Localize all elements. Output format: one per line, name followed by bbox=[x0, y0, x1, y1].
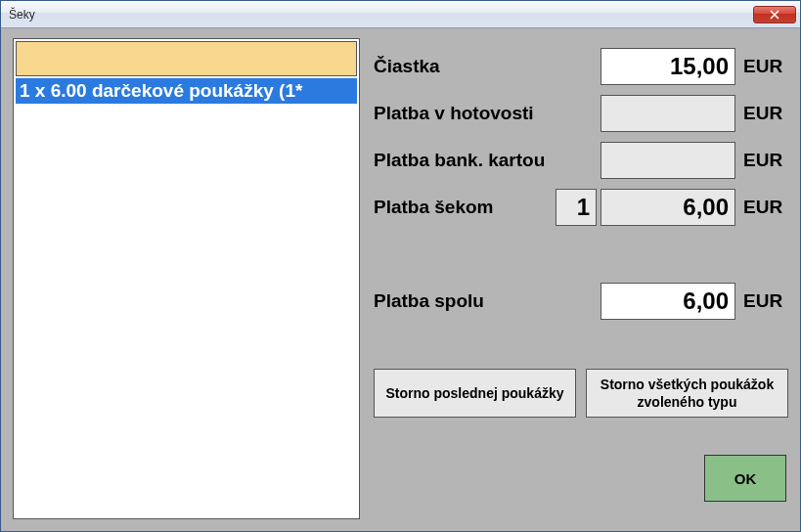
right-panel: Čiastka 15,00 EUR Platba v hotovosti EUR… bbox=[374, 38, 788, 519]
cash-value bbox=[601, 95, 735, 132]
titlebar: Šeky bbox=[1, 1, 800, 28]
storno-all-button[interactable]: Storno všetkých poukážok zvoleného typu bbox=[586, 369, 788, 418]
row-cheque: Platba šekom 1 6,00 EUR bbox=[374, 187, 788, 228]
cheque-currency: EUR bbox=[743, 197, 788, 218]
list-item[interactable]: 1 x 6.00 darčekové poukážky (1* bbox=[16, 78, 357, 104]
card-label: Platba bank. kartou bbox=[374, 150, 601, 171]
row-amount: Čiastka 15,00 EUR bbox=[374, 46, 788, 87]
dialog-window: Šeky 1 x 6.00 darčekové poukážky (1* Čia… bbox=[0, 0, 801, 532]
left-panel: 1 x 6.00 darčekové poukážky (1* bbox=[13, 38, 360, 519]
row-card: Platba bank. kartou EUR bbox=[374, 140, 788, 181]
cash-label: Platba v hotovosti bbox=[374, 103, 601, 124]
card-currency: EUR bbox=[743, 150, 788, 171]
cheque-label: Platba šekom bbox=[374, 197, 556, 218]
ok-row: OK bbox=[374, 455, 788, 502]
total-value: 6,00 bbox=[601, 283, 735, 320]
spacer bbox=[374, 234, 788, 281]
storno-last-button[interactable]: Storno poslednej poukážky bbox=[374, 369, 576, 418]
card-value bbox=[601, 142, 735, 179]
voucher-list[interactable]: 1 x 6.00 darčekové poukážky (1* bbox=[16, 78, 357, 516]
content-area: 1 x 6.00 darčekové poukážky (1* Čiastka … bbox=[1, 28, 800, 531]
row-cash: Platba v hotovosti EUR bbox=[374, 93, 788, 134]
ok-button[interactable]: OK bbox=[704, 455, 786, 502]
cash-currency: EUR bbox=[743, 103, 788, 124]
close-button[interactable] bbox=[753, 6, 796, 23]
cheque-count: 1 bbox=[556, 189, 597, 226]
storno-buttons: Storno poslednej poukážky Storno všetkýc… bbox=[374, 369, 788, 418]
window-title: Šeky bbox=[9, 8, 35, 22]
total-currency: EUR bbox=[743, 290, 788, 312]
cheque-value: 6,00 bbox=[601, 189, 735, 226]
total-label: Platba spolu bbox=[374, 290, 601, 312]
close-icon bbox=[770, 10, 779, 20]
amount-label: Čiastka bbox=[374, 56, 601, 77]
row-total: Platba spolu 6,00 EUR bbox=[374, 281, 788, 322]
amount-value: 15,00 bbox=[601, 48, 735, 85]
amount-currency: EUR bbox=[743, 56, 788, 77]
voucher-input[interactable] bbox=[16, 41, 357, 76]
